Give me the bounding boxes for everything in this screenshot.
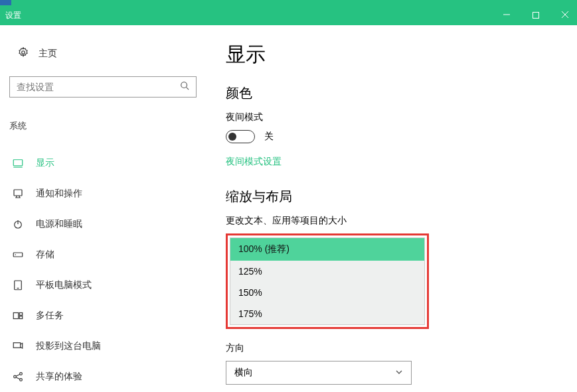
minimize-button[interactable] (500, 11, 513, 21)
scale-heading: 缩放与布局 (226, 188, 557, 206)
sidebar-item-label: 多任务 (36, 310, 64, 322)
svg-rect-17 (19, 316, 23, 319)
svg-point-4 (181, 82, 187, 88)
sidebar-item-label: 通知和操作 (36, 188, 82, 200)
annotation-highlight: 100% (推荐) 125% 150% 175% (226, 233, 429, 329)
window-title: 设置 (5, 10, 500, 21)
sidebar-item-label: 电源和睡眠 (36, 218, 82, 230)
svg-point-12 (15, 254, 17, 255)
storage-icon (12, 249, 24, 261)
svg-line-23 (16, 377, 20, 379)
search-input[interactable] (17, 82, 180, 92)
monitor-icon (12, 157, 24, 169)
sidebar-item-label: 显示 (36, 157, 54, 169)
gear-icon (17, 46, 29, 60)
search-icon (180, 81, 189, 93)
window-controls (500, 11, 572, 21)
scale-field-label: 更改文本、应用等项目的大小 (226, 215, 557, 227)
svg-line-22 (16, 374, 20, 376)
page-title: 显示 (226, 41, 557, 68)
orientation-select[interactable]: 横向 (226, 361, 412, 385)
night-mode-label: 夜间模式 (226, 111, 557, 123)
night-mode-toggle[interactable] (226, 130, 255, 143)
svg-line-5 (187, 88, 189, 90)
power-icon (12, 218, 24, 230)
multitask-icon (12, 310, 24, 322)
close-button[interactable] (558, 11, 572, 21)
scale-option-125[interactable]: 125% (230, 261, 424, 282)
orientation-label: 方向 (226, 342, 557, 354)
home-label: 主页 (39, 48, 57, 60)
toggle-knob (228, 133, 236, 141)
sidebar-item-project[interactable]: 投影到这台电脑 (9, 331, 197, 361)
main-content: 显示 颜色 夜间模式 关 夜间模式设置 缩放与布局 更改文本、应用等项目的大小 … (206, 25, 577, 392)
sidebar-section-label: 系统 (9, 120, 197, 132)
svg-rect-15 (13, 313, 19, 319)
window-top-edge (0, 0, 577, 5)
sidebar-nav: 显示 通知和操作 电源和睡眠 存储 (9, 148, 197, 392)
svg-point-3 (22, 51, 25, 54)
chevron-down-icon (395, 367, 403, 378)
scale-dropdown[interactable]: 100% (推荐) 125% 150% 175% (230, 237, 425, 325)
sidebar-item-display[interactable]: 显示 (9, 148, 197, 178)
sidebar-item-multitask[interactable]: 多任务 (9, 300, 197, 331)
color-heading: 颜色 (226, 84, 557, 102)
sidebar-item-label: 投影到这台电脑 (36, 340, 101, 352)
sidebar: 主页 系统 显示 (0, 25, 206, 392)
sidebar-item-power[interactable]: 电源和睡眠 (9, 209, 197, 239)
sidebar-item-label: 共享的体验 (36, 371, 82, 383)
notification-icon (12, 188, 24, 200)
home-button[interactable]: 主页 (9, 42, 197, 64)
svg-rect-8 (14, 190, 22, 196)
orientation-value: 横向 (234, 367, 253, 379)
svg-rect-18 (13, 343, 21, 348)
maximize-button[interactable] (529, 11, 542, 21)
sidebar-item-label: 平板电脑模式 (36, 279, 92, 291)
scale-option-100[interactable]: 100% (推荐) (230, 238, 424, 261)
sidebar-item-shared[interactable]: 共享的体验 (9, 361, 197, 392)
project-icon (12, 340, 24, 352)
toggle-state-text: 关 (264, 131, 274, 143)
sidebar-item-tablet[interactable]: 平板电脑模式 (9, 270, 197, 300)
svg-rect-6 (13, 160, 23, 166)
night-mode-settings-link[interactable]: 夜间模式设置 (226, 156, 282, 168)
search-input-wrapper[interactable] (9, 76, 197, 98)
sidebar-item-label: 存储 (36, 249, 54, 261)
scale-option-175[interactable]: 175% (230, 303, 424, 324)
sidebar-item-notifications[interactable]: 通知和操作 (9, 178, 197, 209)
share-icon (12, 371, 24, 383)
svg-rect-11 (13, 253, 23, 257)
svg-rect-16 (19, 313, 23, 316)
tablet-icon (12, 279, 24, 291)
title-bar[interactable]: 设置 (0, 5, 577, 25)
scale-option-150[interactable]: 150% (230, 282, 424, 303)
sidebar-item-storage[interactable]: 存储 (9, 239, 197, 270)
